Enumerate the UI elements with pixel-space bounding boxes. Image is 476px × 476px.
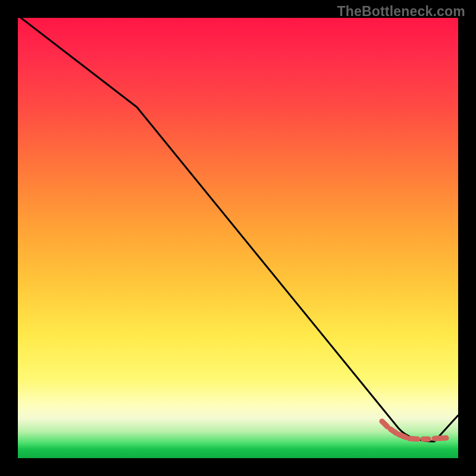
bottleneck-curve: [18, 18, 458, 441]
svg-line-3: [409, 439, 418, 439]
svg-line-1: [390, 429, 396, 433]
chart-frame: TheBottleneck.com: [0, 0, 476, 476]
svg-line-5: [434, 438, 446, 439]
svg-line-2: [399, 434, 406, 437]
marker-band: [382, 421, 446, 439]
watermark-text: TheBottleneck.com: [337, 4, 465, 20]
svg-line-0: [382, 421, 387, 427]
chart-overlay: [18, 18, 458, 458]
plot-area: [18, 18, 458, 458]
